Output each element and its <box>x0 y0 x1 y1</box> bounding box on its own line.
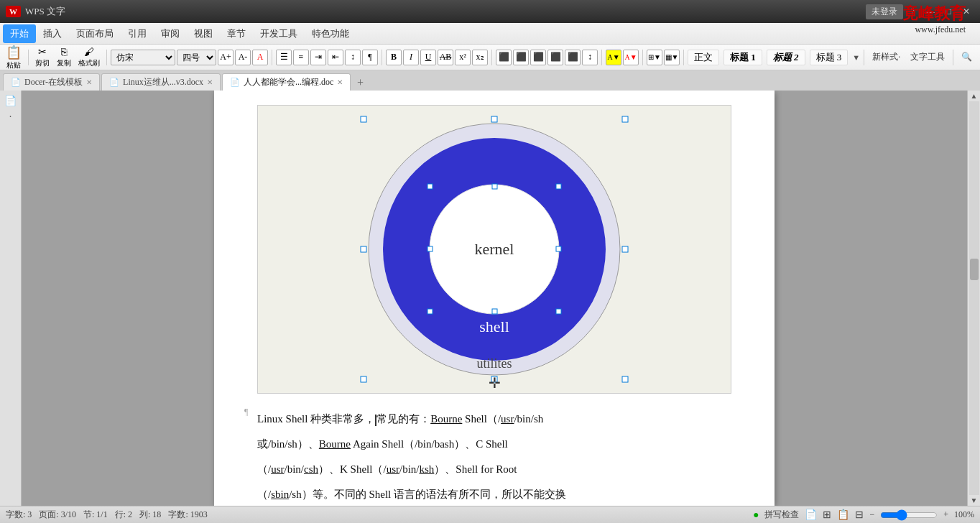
svg-rect-16 <box>492 184 497 189</box>
diagram-svg: kernel shell utilites <box>293 113 695 386</box>
font-size-select[interactable]: 四号 <box>177 50 216 65</box>
svg-rect-20 <box>427 309 433 314</box>
svg-rect-8 <box>491 116 497 122</box>
cut-button[interactable]: ✂ 剪切 <box>32 46 52 68</box>
svg-rect-22 <box>556 309 561 314</box>
brand-url: www.jfedu.net <box>915 24 966 35</box>
numbering-button[interactable]: ≡ <box>293 50 309 65</box>
menu-insert[interactable]: 插入 <box>36 24 69 43</box>
underline-ksh: ksh <box>419 463 434 475</box>
zoom-in[interactable]: + <box>943 509 948 520</box>
border-button[interactable]: ⊞▼ <box>647 50 662 65</box>
font-size-increase[interactable]: A+ <box>218 50 234 65</box>
sep9 <box>864 50 864 65</box>
paragraph-text-1: Linux Shell 种类非常多，常见的有：Bourne Shell（/usr… <box>257 407 731 432</box>
table-button[interactable]: ▦▼ <box>664 50 680 65</box>
underline-button[interactable]: U <box>420 50 436 65</box>
search-button[interactable]: 🔍 <box>957 50 976 64</box>
bullets-button[interactable]: ☰ <box>276 50 292 65</box>
tab-docer[interactable]: 📄 Docer-在线模板 ✕ <box>3 73 100 91</box>
svg-rect-7 <box>361 116 366 122</box>
style-heading3[interactable]: 标题 3 <box>810 50 849 65</box>
menu-section[interactable]: 章节 <box>220 24 253 43</box>
menu-references[interactable]: 引用 <box>121 24 154 43</box>
tab-programming[interactable]: 📄 人人都能学会...编程.doc ✕ <box>222 73 351 91</box>
scroll-up-button[interactable]: ▲ <box>969 91 979 101</box>
paste-button[interactable]: 📋 粘贴 <box>3 45 24 70</box>
copy-button[interactable]: ⎘ 复制 <box>54 47 74 68</box>
scroll-down-button[interactable]: ▼ <box>969 495 979 506</box>
view-icon4[interactable]: ⊟ <box>855 509 864 521</box>
svg-rect-17 <box>556 184 561 189</box>
italic-button[interactable]: I <box>403 50 419 65</box>
col-info: 列: 18 <box>139 509 161 521</box>
style-normal[interactable]: 正文 <box>688 50 719 65</box>
style-heading1[interactable]: 标题 1 <box>724 50 762 65</box>
font-family-select[interactable]: 仿宋 <box>111 50 175 65</box>
title-bar: W WPS 文字 未登录 ? — □ ✕ <box>0 0 980 23</box>
menu-start[interactable]: 开始 <box>3 24 36 43</box>
menu-layout[interactable]: 页面布局 <box>69 24 121 43</box>
strikethrough-button[interactable]: AB <box>438 50 453 65</box>
superscript-button[interactable]: x² <box>455 50 471 65</box>
svg-rect-12 <box>361 376 366 382</box>
svg-text:kernel: kernel <box>475 240 514 258</box>
line-info: 行: 2 <box>115 509 132 521</box>
align-right[interactable]: ⬛ <box>530 50 546 65</box>
svg-rect-15 <box>427 184 433 189</box>
tab-add-button[interactable]: + <box>352 75 368 91</box>
view-icon3[interactable]: 📋 <box>837 509 849 521</box>
menu-features[interactable]: 特色功能 <box>305 24 356 43</box>
tab-docer-label: Docer-在线模板 <box>24 76 83 88</box>
page: kernel shell utilites <box>214 91 775 506</box>
view-icon1[interactable]: 📄 <box>805 509 817 521</box>
menu-developer[interactable]: 开发工具 <box>253 24 305 43</box>
increase-indent[interactable]: ⇥ <box>310 50 326 65</box>
tab-linux[interactable]: 📄 Linux运维从...v3.docx ✕ <box>101 73 221 91</box>
toolbar-row1: 📋 粘贴 ✂ 剪切 ⎘ 复制 🖌 格式刷 仿宋 四号 A+ A- A ☰ ≡ ⇥… <box>0 45 980 70</box>
view-icon2[interactable]: ⊞ <box>823 509 831 521</box>
left-panel-icon2[interactable]: · <box>8 110 14 124</box>
show-hide[interactable]: ¶ <box>362 50 378 65</box>
zoom-slider[interactable] <box>880 509 938 521</box>
shading-button[interactable]: A▼ <box>606 50 621 65</box>
underline-usr2: usr <box>271 463 284 475</box>
align-left[interactable]: ⬛ <box>496 50 512 65</box>
tab-bar: 📄 Docer-在线模板 ✕ 📄 Linux运维从...v3.docx ✕ 📄 … <box>0 70 980 91</box>
subscript-button[interactable]: x₂ <box>472 50 488 65</box>
distributed[interactable]: ⬛ <box>565 50 581 65</box>
svg-text:shell: shell <box>479 318 509 335</box>
style-heading2[interactable]: 标题 2 <box>767 50 805 65</box>
svg-rect-14 <box>622 376 628 382</box>
right-scrollbar[interactable]: ▲ ▼ <box>967 91 980 506</box>
svg-rect-11 <box>622 246 628 252</box>
cursor-icon: ✛ <box>489 374 501 392</box>
align-center[interactable]: ⬛ <box>513 50 529 65</box>
word-count: 字数: 3 <box>6 509 32 521</box>
tab-docer-close[interactable]: ✕ <box>86 78 92 86</box>
tab-programming-close[interactable]: ✕ <box>337 78 343 86</box>
font-color-button[interactable]: A▼ <box>623 50 639 65</box>
format-paint-button[interactable]: 🖌 格式刷 <box>75 47 103 68</box>
line-spacing[interactable]: ↕ <box>582 50 598 65</box>
page-info: 页面: 3/10 <box>39 509 76 521</box>
tab-linux-close[interactable]: ✕ <box>207 78 213 86</box>
font-size-decrease[interactable]: A- <box>235 50 251 65</box>
zoom-out[interactable]: − <box>869 509 874 520</box>
scroll-track[interactable] <box>969 101 979 495</box>
left-panel-icon1[interactable]: 📄 <box>3 93 18 108</box>
menu-view[interactable]: 视图 <box>187 24 220 43</box>
section-info: 节: 1/1 <box>83 509 108 521</box>
style-dropdown[interactable]: ▼ <box>852 53 860 62</box>
bold-button[interactable]: B <box>386 50 402 65</box>
text-tools-button[interactable]: 文字工具 <box>906 50 949 65</box>
menu-review[interactable]: 审阅 <box>154 24 187 43</box>
sort-button[interactable]: ↕ <box>345 50 361 65</box>
login-button[interactable]: 未登录 <box>866 4 903 19</box>
decrease-indent[interactable]: ⇤ <box>328 50 343 65</box>
para-mark: ¶ <box>244 407 248 417</box>
justify[interactable]: ⬛ <box>547 50 563 65</box>
scroll-thumb[interactable] <box>970 259 979 280</box>
new-style-button[interactable]: 新样式· <box>868 50 905 65</box>
clear-format[interactable]: A <box>252 50 268 65</box>
